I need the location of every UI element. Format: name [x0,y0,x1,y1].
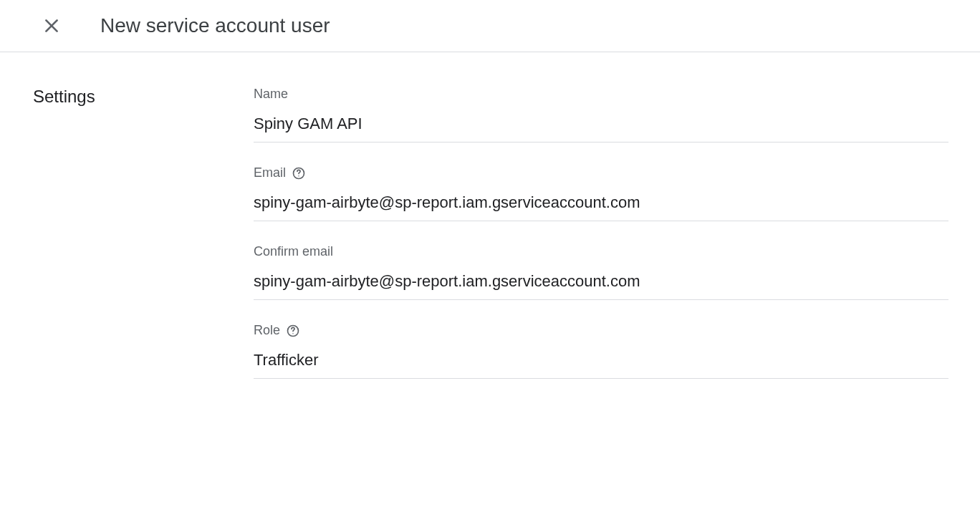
email-label-text: Email [254,165,286,180]
form-section: Name Spiny GAM API Email spiny-gam-airby… [254,87,948,402]
name-input[interactable]: Spiny GAM API [254,115,948,143]
svg-point-5 [292,333,293,334]
email-input[interactable]: spiny-gam-airbyte@sp-report.iam.gservice… [254,193,948,221]
svg-point-3 [298,175,299,176]
role-select[interactable]: Trafficker [254,351,948,379]
confirm-email-label-text: Confirm email [254,244,333,259]
confirm-email-label: Confirm email [254,244,948,259]
name-field: Name Spiny GAM API [254,87,948,143]
email-field: Email spiny-gam-airbyte@sp-report.iam.gs… [254,165,948,221]
close-icon [42,16,61,35]
confirm-email-field: Confirm email spiny-gam-airbyte@sp-repor… [254,244,948,300]
help-icon [286,324,300,338]
dialog-header: New service account user [0,0,980,52]
email-help-icon[interactable] [292,166,306,180]
name-label: Name [254,87,948,102]
name-label-text: Name [254,87,288,102]
confirm-email-input[interactable]: spiny-gam-airbyte@sp-report.iam.gservice… [254,272,948,300]
role-label: Role [254,323,948,338]
page-title: New service account user [100,14,330,37]
role-field: Role Trafficker [254,323,948,379]
email-label: Email [254,165,948,180]
close-button[interactable] [40,14,63,37]
content-area: Settings Name Spiny GAM API Email [0,52,980,402]
role-label-text: Role [254,323,280,338]
help-icon [292,166,306,180]
role-help-icon[interactable] [286,324,300,338]
settings-section-label: Settings [33,87,254,402]
